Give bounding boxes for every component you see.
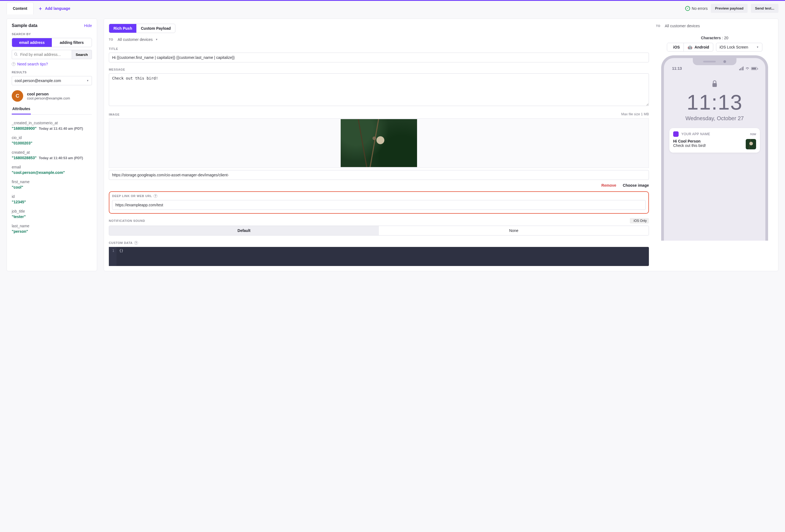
tab-custom-payload[interactable]: Custom Payload bbox=[136, 24, 175, 33]
attribute-key: last_name bbox=[12, 224, 92, 228]
chevron-down-icon: ▼ bbox=[86, 79, 89, 82]
deeplink-input[interactable] bbox=[112, 200, 645, 210]
notif-thumbnail bbox=[746, 139, 756, 149]
status-icons bbox=[739, 66, 757, 71]
characters-count: 20 bbox=[724, 36, 729, 40]
tab-attributes[interactable]: Attributes bbox=[12, 107, 31, 114]
svg-rect-2 bbox=[712, 83, 717, 87]
lock-icon bbox=[667, 80, 762, 89]
attribute-row: cio_id"01000203" bbox=[12, 135, 92, 145]
os-ios-label: iOS bbox=[673, 45, 680, 49]
bird-image bbox=[341, 119, 417, 167]
attribute-value: "01000203" bbox=[12, 141, 92, 145]
attribute-value: "tester" bbox=[12, 214, 92, 219]
sound-label: NOTIFICATION SOUND bbox=[109, 219, 145, 222]
phone-side-button bbox=[768, 118, 768, 142]
attribute-value: "cool.person@example.com" bbox=[12, 170, 92, 175]
attribute-row: email"cool.person@example.com" bbox=[12, 165, 92, 175]
svg-line-1 bbox=[16, 55, 17, 56]
deeplink-section-highlight: DEEP LINK OR WEB URL ? bbox=[109, 191, 649, 214]
add-language-button[interactable]: ＋ Add language bbox=[38, 5, 70, 12]
remove-image-button[interactable]: Remove bbox=[602, 183, 616, 187]
no-errors-status: ✓ No errors bbox=[685, 6, 708, 11]
attribute-row: last_name"person" bbox=[12, 224, 92, 234]
characters-label: Characters bbox=[701, 36, 721, 40]
plus-icon: ＋ bbox=[38, 5, 43, 12]
attribute-value: "1680028900"Today at 11:41:40 am (PDT) bbox=[12, 126, 92, 131]
lock-date: Wednesday, October 27 bbox=[667, 115, 762, 122]
search-tips-link[interactable]: ? Need search tips? bbox=[12, 62, 92, 66]
help-icon[interactable]: ? bbox=[154, 194, 157, 198]
notif-message: Check out this bird! bbox=[673, 143, 742, 148]
phone-notch bbox=[693, 58, 736, 65]
preview-to-value: All customer devices bbox=[665, 24, 700, 28]
search-by-label: SEARCH BY bbox=[12, 32, 92, 36]
phone-preview: 11:13 11:13 Wednesday, October 27 bbox=[661, 55, 768, 241]
code-content: {} bbox=[117, 247, 126, 266]
search-button[interactable]: Search bbox=[72, 50, 92, 59]
help-icon: ? bbox=[12, 62, 16, 66]
status-time: 11:13 bbox=[672, 66, 682, 71]
seg-email-address[interactable]: email address bbox=[12, 38, 52, 47]
app-icon bbox=[673, 131, 679, 137]
code-gutter: 1 bbox=[109, 247, 117, 266]
message-textarea[interactable]: Check out this bird! bbox=[109, 73, 649, 106]
user-name: cool person bbox=[27, 92, 70, 96]
image-url-input[interactable] bbox=[109, 170, 649, 180]
attribute-key: job_title bbox=[12, 209, 92, 213]
tab-rich-push[interactable]: Rich Push bbox=[109, 24, 136, 33]
image-preview bbox=[109, 118, 649, 168]
attribute-key: email bbox=[12, 165, 92, 169]
attribute-value: "1680028853"Today at 11:40:53 am (PDT) bbox=[12, 156, 92, 160]
choose-image-button[interactable]: Choose image bbox=[623, 183, 649, 187]
to-select[interactable]: All customer devices ▼ bbox=[118, 37, 158, 42]
sample-data-panel: Sample data Hide SEARCH BY email address… bbox=[6, 19, 97, 271]
attribute-row: _created_in_customerio_at"1680028900"Tod… bbox=[12, 121, 92, 131]
title-input[interactable] bbox=[109, 53, 649, 62]
search-tips-label: Need search tips? bbox=[17, 62, 48, 66]
attribute-row: created_at"1680028853"Today at 11:40:53 … bbox=[12, 150, 92, 160]
attribute-key: created_at bbox=[12, 150, 92, 155]
send-test-button[interactable]: Send test... bbox=[751, 4, 779, 13]
attribute-key: first_name bbox=[12, 180, 92, 184]
no-errors-label: No errors bbox=[692, 6, 708, 10]
sound-none[interactable]: None bbox=[379, 226, 649, 235]
seg-adding-filters[interactable]: adding filters bbox=[52, 38, 92, 47]
tab-content[interactable]: Content bbox=[6, 2, 33, 15]
os-ios[interactable]: iOS bbox=[667, 43, 684, 51]
signal-icon bbox=[739, 66, 744, 70]
add-language-label: Add language bbox=[45, 6, 70, 10]
results-value: cool.person@example.com bbox=[15, 79, 61, 83]
results-select[interactable]: cool.person@example.com ▼ bbox=[12, 76, 92, 85]
screen-value: iOS Lock Screen bbox=[719, 45, 748, 49]
custom-data-editor[interactable]: 1 {} bbox=[109, 247, 649, 266]
ios-only-label: iOS Only bbox=[634, 219, 647, 223]
sound-default[interactable]: Default bbox=[109, 226, 379, 235]
svg-point-0 bbox=[15, 53, 17, 55]
notif-title: Hi Cool Person bbox=[673, 139, 742, 143]
attribute-value: "person" bbox=[12, 229, 92, 234]
help-icon[interactable]: ? bbox=[134, 241, 138, 245]
attribute-value: "12345" bbox=[12, 200, 92, 204]
chevron-down-icon: ▼ bbox=[155, 38, 158, 41]
attribute-key: _created_in_customerio_at bbox=[12, 121, 92, 125]
attribute-row: first_name"cool" bbox=[12, 180, 92, 189]
wifi-icon bbox=[745, 66, 750, 71]
attribute-meta: Today at 11:41:40 am (PDT) bbox=[39, 127, 83, 131]
custom-data-label: CUSTOM DATA bbox=[109, 241, 132, 244]
deeplink-label: DEEP LINK OR WEB URL bbox=[112, 194, 152, 197]
to-label: TO bbox=[109, 38, 113, 41]
image-label: IMAGE bbox=[109, 113, 120, 116]
attribute-row: job_title"tester" bbox=[12, 209, 92, 219]
search-input[interactable] bbox=[12, 50, 72, 59]
hide-link[interactable]: Hide bbox=[84, 23, 92, 28]
screen-select[interactable]: iOS Lock Screen ▼ bbox=[716, 43, 762, 52]
attribute-meta: Today at 11:40:53 am (PDT) bbox=[39, 156, 83, 160]
preview-payload-button[interactable]: Preview payload bbox=[711, 4, 748, 13]
os-android-label: Android bbox=[694, 45, 709, 49]
search-by-segment: email address adding filters bbox=[12, 38, 92, 47]
image-max-size: Max file size 1 MB bbox=[621, 112, 649, 116]
battery-icon bbox=[751, 67, 757, 70]
os-android[interactable]: 🤖 Android bbox=[684, 43, 713, 51]
to-value: All customer devices bbox=[118, 37, 152, 42]
